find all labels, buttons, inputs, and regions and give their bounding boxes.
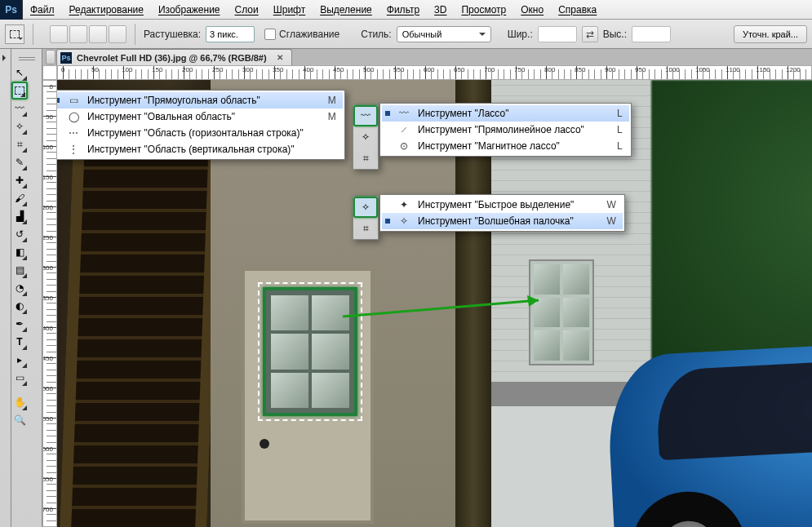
tab-scroll-left-icon[interactable] (46, 50, 55, 64)
menu-filter[interactable]: Фильтр (379, 0, 427, 20)
menu-window[interactable]: Окно (513, 0, 551, 20)
width-input[interactable] (538, 26, 577, 42)
eraser-tool[interactable]: ◧ (11, 243, 28, 261)
lasso-tool[interactable]: 〰 (11, 100, 28, 117)
menu-file[interactable]: Файл (23, 0, 62, 20)
swap-wh-icon[interactable]: ⇄ (582, 26, 598, 42)
lasso-tool-icon[interactable]: 〰 (353, 105, 378, 126)
flyout-item[interactable]: ▭Инструмент "Прямоугольная область"M (57, 92, 343, 108)
feather-label: Растушевка: (144, 29, 201, 40)
pen-tool[interactable]: ✒ (11, 315, 28, 333)
wand-tool-column: ✧ ⌗ (353, 196, 379, 240)
path-select-tool[interactable]: ▸ (11, 351, 28, 369)
stamp-tool[interactable]: ▟ (11, 207, 28, 225)
close-tab-icon[interactable]: ✕ (277, 53, 283, 62)
menu-type[interactable]: Шрифт (266, 0, 313, 20)
crop-tool-icon-3[interactable]: ⌗ (353, 218, 378, 239)
canvas-area[interactable]: ▭Инструмент "Прямоугольная область"M◯Инс… (57, 80, 812, 527)
menu-3d[interactable]: 3D (427, 0, 454, 20)
history-brush-tool[interactable]: ↺ (11, 225, 28, 243)
style-label: Стиль: (361, 29, 391, 40)
selection-new-icon[interactable] (50, 25, 68, 43)
refine-edge-button[interactable]: Уточн. край... (734, 25, 807, 43)
height-input[interactable] (632, 26, 671, 42)
crop-tool-icon-2[interactable]: ⌗ (353, 148, 378, 169)
ruler-origin-corner[interactable] (42, 65, 57, 80)
flyout-item[interactable]: ⟋Инструмент "Прямолинейное лассо"L (382, 122, 629, 138)
type-tool[interactable]: T (11, 333, 28, 351)
flyout-item[interactable]: ⋮Инструмент "Область (вертикальная строк… (57, 141, 343, 157)
antialias-checkbox[interactable] (264, 29, 276, 40)
heal-tool[interactable]: ✚ (11, 171, 28, 189)
gradient-tool[interactable]: ▤ (11, 261, 28, 279)
menu-view[interactable]: Просмотр (454, 0, 513, 20)
hand-tool[interactable]: ✋ (11, 393, 28, 411)
shape-tool[interactable]: ▭ (11, 369, 28, 387)
feather-input[interactable] (206, 26, 255, 42)
height-label: Выс.: (603, 29, 627, 40)
menu-image[interactable]: Изображение (151, 0, 228, 20)
blur-tool[interactable]: ◔ (11, 279, 28, 297)
menu-layer[interactable]: Слои (228, 0, 266, 20)
flyout-item[interactable]: 〰Инструмент "Лассо"L (382, 105, 629, 122)
marquee-flyout: ▭Инструмент "Прямоугольная область"M◯Инс… (57, 90, 345, 160)
dock-expand-icon[interactable] (0, 52, 11, 64)
flyout-item[interactable]: ⊙Инструмент "Магнитное лассо"L (382, 138, 629, 154)
menu-select[interactable]: Выделение (313, 0, 379, 20)
file-type-icon: Ps (60, 52, 72, 64)
selection-intersect-icon[interactable] (109, 25, 126, 43)
lasso-flyout: 〰Инструмент "Лассо"L⟋Инструмент "Прямоли… (379, 103, 632, 157)
wand-tool[interactable]: ✧ (11, 117, 28, 135)
active-tool-indicator[interactable] (5, 24, 24, 44)
document-tab-title: Chevrolet Full HD (36).jpg @ 66,7% (RGB/… (77, 53, 267, 63)
width-label: Шир.: (508, 29, 533, 40)
flyout-item[interactable]: ✦Инструмент "Быстрое выделение"W (382, 197, 623, 213)
vertical-ruler[interactable]: 0501001502002503003504004505005506006507… (42, 80, 57, 527)
selection-add-icon[interactable] (69, 25, 87, 43)
horizontal-ruler-wrap: 0501001502002503003504004505005506006507… (42, 65, 812, 80)
menu-help[interactable]: Справка (551, 0, 604, 20)
svg-marker-0 (527, 295, 539, 307)
lasso-tool-column: 〰 ✧ ⌗ (353, 104, 379, 170)
flyout-item[interactable]: ✧Инструмент "Волшебная палочка"W (382, 213, 623, 229)
antialias-label: Сглаживание (279, 29, 339, 40)
toolbar-grip-icon[interactable] (11, 52, 42, 64)
toolbar: ↖ 〰 ✧ ⌗ ✎ ✚ 🖌 ▟ ↺ ◧ ▤ ◔ ◐ ✒ T ▸ ▭ ✋ 🔍 (11, 49, 42, 527)
crop-tool[interactable]: ⌗ (11, 135, 28, 153)
flyout-item[interactable]: ⋯Инструмент "Область (горизонтальная стр… (57, 125, 343, 141)
app-logo: Ps (0, 0, 23, 20)
zoom-tool[interactable]: 🔍 (11, 411, 28, 429)
wand-tool-icon-3[interactable]: ✧ (353, 197, 378, 218)
options-bar: Растушевка: Сглаживание Стиль: Обычный Ш… (0, 20, 812, 49)
horizontal-ruler[interactable]: 0501001502002503003504004505005506006507… (57, 65, 812, 80)
menubar: Ps Файл Редактирование Изображение Слои … (0, 0, 812, 20)
menu-edit[interactable]: Редактирование (62, 0, 151, 20)
annotation-arrow-icon (335, 292, 563, 341)
document-tabs: Ps Chevrolet Full HD (36).jpg @ 66,7% (R… (42, 49, 812, 65)
dodge-tool[interactable]: ◐ (11, 297, 28, 315)
style-select[interactable]: Обычный (397, 26, 491, 42)
wand-tool-icon-2[interactable]: ✧ (353, 126, 378, 148)
document-tab[interactable]: Ps Chevrolet Full HD (36).jpg @ 66,7% (R… (56, 49, 292, 65)
brush-tool[interactable]: 🖌 (11, 189, 28, 207)
flyout-item[interactable]: ◯Инструмент "Овальная область"M (57, 108, 343, 125)
panel-dock-strip (0, 49, 11, 527)
selection-mode-group (50, 25, 126, 43)
eyedropper-tool[interactable]: ✎ (11, 153, 28, 171)
wand-flyout: ✦Инструмент "Быстрое выделение"W✧Инструм… (379, 194, 625, 232)
move-tool[interactable]: ↖ (11, 64, 28, 82)
marquee-tool[interactable] (11, 82, 28, 100)
selection-subtract-icon[interactable] (89, 25, 107, 43)
